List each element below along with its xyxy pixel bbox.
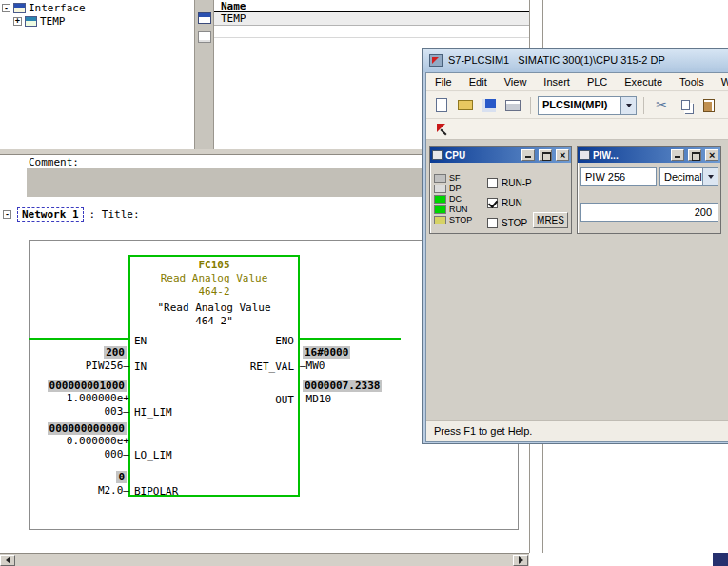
step7-editor-screen: - Interface + TEMP Name TEMP Comment: - …	[0, 0, 728, 566]
plcsim-toolbar: PLCSIM(MPI)	[426, 92, 728, 119]
piw-window-title: PIW...	[593, 149, 667, 162]
declaration-row-icon	[198, 12, 211, 24]
menu-window[interactable]: Window	[713, 73, 728, 90]
run-p-checkbox[interactable]	[487, 178, 498, 188]
network-title[interactable]: : Title:	[89, 208, 140, 221]
piw-window-icon	[580, 150, 590, 160]
horizontal-scrollbar[interactable]	[0, 553, 529, 566]
tree-node-label: Interface	[29, 2, 86, 14]
comment-label: Comment:	[29, 156, 79, 168]
plcsim-status-bar: Press F1 to get Help.	[426, 420, 728, 441]
open-button[interactable]	[455, 95, 476, 116]
led-label: STOP	[449, 216, 472, 224]
save-icon	[482, 99, 496, 112]
bipolar-monitor-value-row: 0	[29, 471, 129, 483]
table-row-empty[interactable]	[214, 26, 529, 38]
mode-dropdown[interactable]: PLCSIM(MPI)	[538, 96, 637, 115]
menu-view[interactable]: View	[496, 73, 536, 90]
cut-button[interactable]	[651, 95, 672, 116]
paste-button[interactable]	[698, 95, 719, 116]
table-row-temp[interactable]: TEMP	[214, 12, 529, 26]
ret-val-monitor-value-row: 16#0000	[300, 346, 412, 359]
scroll-right-button[interactable]	[513, 555, 528, 566]
stop-led-icon	[434, 216, 446, 224]
menu-edit[interactable]: Edit	[461, 73, 496, 90]
dc-led-icon	[434, 195, 446, 204]
minimize-button[interactable]	[671, 149, 684, 161]
hi-lim-operand-line1[interactable]: 1.000000e+	[29, 392, 129, 404]
collapse-icon[interactable]: -	[2, 4, 10, 12]
hi-lim-monitor-value[interactable]: 000000001000	[48, 380, 127, 392]
lo-lim-monitor-value-row: 000000000000	[29, 422, 129, 435]
tree-node-temp[interactable]: + TEMP	[13, 15, 66, 28]
run-checkbox-row[interactable]: RUN	[487, 197, 522, 209]
ret-val-operand[interactable]: —MW0	[300, 360, 412, 372]
maximize-button[interactable]	[539, 149, 552, 161]
fc105-block[interactable]: FC105 Read Analog Value 464-2 "Read Anal…	[128, 255, 300, 497]
in-monitor-value-row: 200	[29, 346, 129, 359]
save-button[interactable]	[479, 95, 500, 116]
chevron-down-icon	[626, 104, 632, 107]
led-sf: SF	[434, 174, 461, 183]
tree-node-interface[interactable]: - Interface	[2, 2, 86, 14]
run-p-checkbox-row[interactable]: RUN-P	[487, 177, 532, 189]
pin-ret-val: RET_VAL	[250, 361, 294, 373]
piw-monitor-value[interactable]: 200	[580, 203, 718, 222]
menu-tools[interactable]: Tools	[671, 73, 713, 90]
piw-window[interactable]: PIW... PIW 256 Decimal 200	[577, 146, 721, 234]
print-button[interactable]	[502, 95, 523, 116]
menu-plc[interactable]: PLC	[579, 73, 616, 90]
stop-checkbox[interactable]	[487, 218, 498, 228]
mres-button[interactable]: MRES	[533, 212, 568, 228]
cpu-window[interactable]: CPU SF DP	[429, 146, 572, 234]
dropdown-button[interactable]	[620, 97, 636, 114]
in-monitor-value[interactable]: 200	[104, 346, 127, 359]
scroll-left-button[interactable]	[0, 555, 15, 566]
lo-lim-monitor-value[interactable]: 000000000000	[48, 422, 127, 435]
checkbox-label: RUN-P	[502, 177, 532, 189]
copy-button[interactable]	[675, 95, 696, 116]
piw-format-value: Decimal	[664, 171, 702, 184]
plcsim-app-icon	[429, 54, 443, 67]
out-monitor-value[interactable]: 0000007.2338	[303, 380, 382, 392]
menu-insert[interactable]: Insert	[535, 73, 579, 90]
plcsim-title-bar[interactable]: S7-PLCSIM1 SIMATIC 300(1)\CPU 315-2 DP	[423, 49, 728, 72]
menu-execute[interactable]: Execute	[616, 73, 671, 90]
stop-checkbox-row[interactable]: STOP	[487, 217, 527, 229]
plcsim-window-title: S7-PLCSIM1 SIMATIC 300(1)\CPU 315-2 DP	[448, 54, 665, 67]
ret-val-monitor-value[interactable]: 16#0000	[303, 346, 350, 359]
run-checkbox[interactable]	[487, 198, 498, 208]
checkbox-label: STOP	[502, 217, 527, 229]
new-button[interactable]	[431, 95, 452, 116]
comment-row-icon	[198, 31, 211, 43]
piw-address-input[interactable]: PIW 256	[580, 167, 657, 186]
network-label[interactable]: Network 1	[17, 207, 84, 222]
out-operand[interactable]: —MD10	[300, 393, 412, 405]
piw-title-bar[interactable]: PIW...	[578, 147, 720, 163]
in-operand[interactable]: PIW256—	[29, 360, 129, 372]
cpu-title-bar[interactable]: CPU	[430, 147, 571, 163]
lo-lim-operand-line2[interactable]: 000—	[29, 448, 129, 460]
hi-lim-monitor-value-row: 000000001000	[29, 380, 129, 392]
bipolar-monitor-value[interactable]: 0	[116, 471, 127, 483]
plcsim-window-body: File Edit View Insert PLC Execute Tools …	[425, 72, 728, 442]
network-collapse-icon[interactable]: -	[3, 210, 11, 219]
toggle-simulation-button[interactable]	[432, 119, 453, 140]
maximize-button[interactable]	[688, 149, 701, 161]
close-button[interactable]	[705, 149, 718, 161]
menu-file[interactable]: File	[426, 73, 461, 90]
minimize-button[interactable]	[521, 149, 535, 161]
table-header-name[interactable]: Name	[214, 0, 529, 12]
dropdown-button[interactable]	[702, 168, 718, 185]
temp-section-icon	[25, 16, 37, 27]
scissors-icon	[656, 99, 667, 112]
hi-lim-operand-line2[interactable]: 003—	[29, 405, 129, 418]
open-folder-icon	[458, 100, 473, 110]
bipolar-operand[interactable]: M2.0—	[29, 484, 129, 497]
expand-icon[interactable]: +	[13, 17, 22, 26]
led-dc: DC	[434, 195, 462, 204]
piw-format-dropdown[interactable]: Decimal	[659, 167, 718, 186]
lo-lim-operand-line1[interactable]: 0.000000e+	[29, 435, 129, 447]
close-button[interactable]	[556, 149, 569, 161]
tree-node-label: TEMP	[40, 15, 66, 28]
